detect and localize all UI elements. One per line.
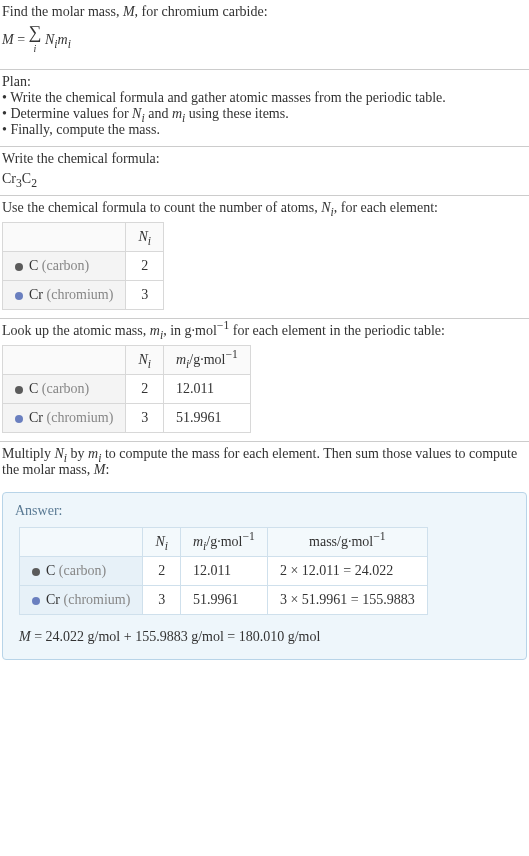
answer-table: Ni mi/g·mol−1 mass/g·mol−1 C (carbon) 2 … <box>19 527 428 615</box>
answer-label: Answer: <box>15 503 514 519</box>
formula-eq: = <box>17 32 25 47</box>
lookup-h-c: for each element in the periodic table: <box>229 323 445 338</box>
mult-m: m <box>88 446 98 461</box>
element-symbol: C <box>29 381 38 396</box>
plan-bullet-2: • Determine values for Ni and mi using t… <box>2 106 527 122</box>
intro-text: Find the molar mass, M, for chromium car… <box>2 4 268 19</box>
mass-calc: 2 × 12.011 = 24.022 <box>267 557 427 586</box>
table-header-row: Ni <box>3 223 164 252</box>
answer-box: Answer: Ni mi/g·mol−1 mass/g·mol−1 C (ca… <box>2 492 527 660</box>
chem-heading: Write the chemical formula: <box>2 151 527 167</box>
plan-bullet-3: • Finally, compute the mass. <box>2 122 527 138</box>
plan-b2-m: m <box>172 106 182 121</box>
plan-bullet-1: • Write the chemical formula and gather … <box>2 90 527 106</box>
col-m-unit: /g·mol <box>206 534 242 549</box>
atom-count: 2 <box>143 557 181 586</box>
mult-M: M <box>94 462 106 477</box>
chem-formula: Cr3C2 <box>2 167 527 187</box>
formula-m-sub: i <box>68 38 71 51</box>
answer-final: M = 24.022 g/mol + 155.9883 g/mol = 180.… <box>19 629 514 645</box>
plan-b2-b: using these items. <box>185 106 288 121</box>
element-symbol: C <box>46 563 55 578</box>
mult-a: Multiply <box>2 446 55 461</box>
element-cell: Cr (chromium) <box>3 281 126 310</box>
element-name: (chromium) <box>47 410 114 425</box>
element-cell: C (carbon) <box>3 375 126 404</box>
element-dot-icon <box>15 415 23 423</box>
element-symbol: Cr <box>46 592 60 607</box>
table-header-row: Ni mi/g·mol−1 mass/g·mol−1 <box>20 528 428 557</box>
col-m-exp: −1 <box>226 348 238 361</box>
element-name: (chromium) <box>64 592 131 607</box>
element-dot-icon <box>15 292 23 300</box>
formula-m: m <box>58 32 68 47</box>
lookup-h-b: , in g·mol <box>163 323 217 338</box>
count-heading: Use the chemical formula to count the nu… <box>2 200 527 216</box>
table-row: C (carbon) 2 <box>3 252 164 281</box>
intro-line: Find the molar mass, M, for chromium car… <box>2 4 527 20</box>
mult-N: N <box>55 446 64 461</box>
element-symbol: Cr <box>29 287 43 302</box>
count-h-b: , for each element: <box>334 200 438 215</box>
table-header-row: Ni mi/g·mol−1 <box>3 346 251 375</box>
mult-by: by <box>67 446 88 461</box>
intro-section: Find the molar mass, M, for chromium car… <box>0 0 529 69</box>
col-m: m <box>176 352 186 367</box>
atom-count: 3 <box>126 404 164 433</box>
table-header-mass: mass/g·mol−1 <box>267 528 427 557</box>
molar-mass-formula: M = ∑ i Nimi <box>2 20 527 61</box>
col-m-exp: −1 <box>243 530 255 543</box>
lookup-table: Ni mi/g·mol−1 C (carbon) 2 12.011 Cr (ch… <box>2 345 251 433</box>
atomic-mass: 51.9961 <box>163 404 250 433</box>
element-dot-icon <box>15 263 23 271</box>
element-cell: C (carbon) <box>20 557 143 586</box>
atom-count: 3 <box>143 586 181 615</box>
table-header-m: mi/g·mol−1 <box>163 346 250 375</box>
element-cell: Cr (chromium) <box>20 586 143 615</box>
element-symbol: C <box>29 258 38 273</box>
element-name: (carbon) <box>42 381 89 396</box>
count-section: Use the chemical formula to count the nu… <box>0 196 529 318</box>
chem-c-sub: 2 <box>31 177 37 190</box>
lookup-h-exp: −1 <box>217 319 229 332</box>
element-cell: C (carbon) <box>3 252 126 281</box>
plan-section: Plan: • Write the chemical formula and g… <box>0 70 529 146</box>
count-h-a: Use the chemical formula to count the nu… <box>2 200 321 215</box>
col-N-i: i <box>148 358 151 371</box>
element-name: (carbon) <box>42 258 89 273</box>
mass-calc: 3 × 51.9961 = 155.9883 <box>267 586 427 615</box>
sum-index: i <box>34 43 37 54</box>
table-row: C (carbon) 2 12.011 2 × 12.011 = 24.022 <box>20 557 428 586</box>
chem-cr: Cr <box>2 171 16 186</box>
lookup-h-m: m <box>150 323 160 338</box>
table-header-m: mi/g·mol−1 <box>180 528 267 557</box>
element-dot-icon <box>32 597 40 605</box>
count-h-N: N <box>321 200 330 215</box>
final-M: M <box>19 629 31 644</box>
atomic-mass: 12.011 <box>163 375 250 404</box>
plan-heading: Plan: <box>2 74 527 90</box>
atomic-mass: 51.9961 <box>180 586 267 615</box>
lookup-heading: Look up the atomic mass, mi, in g·mol−1 … <box>2 323 527 339</box>
plan-b2-and: and <box>145 106 172 121</box>
table-row: C (carbon) 2 12.011 <box>3 375 251 404</box>
atomic-mass: 12.011 <box>180 557 267 586</box>
multiply-text: Multiply Ni by mi to compute the mass fo… <box>2 446 527 478</box>
chem-formula-section: Write the chemical formula: Cr3C2 <box>0 147 529 195</box>
table-header-blank <box>3 223 126 252</box>
lookup-h-a: Look up the atomic mass, <box>2 323 150 338</box>
element-name: (chromium) <box>47 287 114 302</box>
table-header-N: Ni <box>126 223 164 252</box>
col-N: N <box>138 352 147 367</box>
chem-c: C <box>22 171 31 186</box>
plan-b2-a: • Determine values for <box>2 106 132 121</box>
element-symbol: Cr <box>29 410 43 425</box>
table-header-N: Ni <box>126 346 164 375</box>
element-name: (carbon) <box>59 563 106 578</box>
formula-N: N <box>45 32 54 47</box>
table-row: Cr (chromium) 3 51.9961 3 × 51.9961 = 15… <box>20 586 428 615</box>
col-m: m <box>193 534 203 549</box>
col-N: N <box>138 229 147 244</box>
table-header-blank <box>3 346 126 375</box>
col-N-i: i <box>165 540 168 553</box>
